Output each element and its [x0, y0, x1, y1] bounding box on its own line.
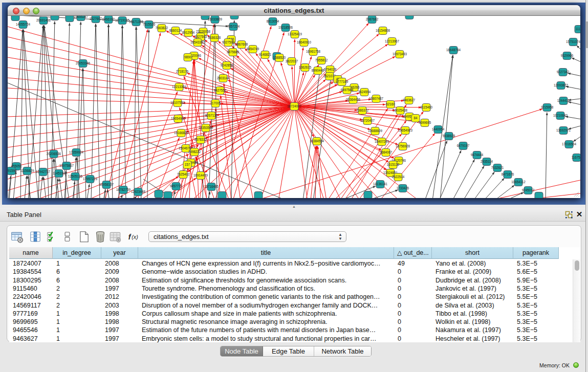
- graph-node[interactable]: 7955812: [315, 57, 328, 64]
- graph-node[interactable]: 1527602: [90, 16, 102, 23]
- graph-node[interactable]: 10655287: [74, 16, 89, 21]
- black-edge[interactable]: [546, 113, 547, 199]
- graph-node[interactable]: 2935114: [481, 158, 493, 166]
- network-canvas[interactable]: 1405572420691406106552871527602646616010…: [8, 16, 580, 198]
- red-edge[interactable]: [228, 80, 294, 107]
- graph-node[interactable]: 10107552: [170, 99, 185, 107]
- black-edge[interactable]: [119, 26, 122, 199]
- column-header-name[interactable]: name: [9, 247, 53, 259]
- red-edge[interactable]: [118, 106, 294, 198]
- red-edge[interactable]: [8, 68, 294, 106]
- red-edge[interactable]: [8, 27, 294, 106]
- graph-node[interactable]: 157: [183, 161, 191, 169]
- graph-node[interactable]: 19654985: [171, 115, 186, 123]
- graph-node[interactable]: 19218506: [278, 24, 293, 32]
- black-edge[interactable]: [134, 27, 136, 199]
- red-edge[interactable]: [8, 106, 294, 117]
- graph-node[interactable]: 17016504: [562, 141, 577, 148]
- graph-node[interactable]: 12923448: [131, 188, 146, 196]
- table-row[interactable]: 969969511998Structural magnetic resonanc…: [9, 318, 580, 326]
- graph-node[interactable]: 13325419: [288, 31, 302, 38]
- black-edge[interactable]: [28, 176, 31, 198]
- tab-edge-table[interactable]: Edge Table: [263, 346, 314, 356]
- graph-node[interactable]: 13692971: [556, 127, 571, 135]
- black-edge[interactable]: [473, 172, 494, 198]
- red-edge[interactable]: [261, 106, 294, 198]
- graph-node[interactable]: 7857224: [227, 23, 240, 31]
- red-edge[interactable]: [294, 39, 295, 107]
- graph-node[interactable]: 8454749: [247, 46, 259, 53]
- graph-node[interactable]: 9463627: [403, 97, 416, 104]
- table-row[interactable]: 1456911722003Disruption of a novel membe…: [9, 301, 580, 310]
- graph-node[interactable]: 17359924: [69, 149, 84, 157]
- table-row[interactable]: 1830029562008Estimation of significance …: [9, 276, 580, 285]
- black-edge[interactable]: [8, 83, 287, 198]
- table-source-select[interactable]: citations_edges.txt ▲▼: [148, 231, 346, 242]
- table-row[interactable]: 977716911998Corpus callosum shape and si…: [9, 310, 580, 318]
- graph-node[interactable]: 20053346: [76, 60, 91, 68]
- graph-node[interactable]: 7386372: [356, 107, 369, 115]
- graph-node[interactable]: 18640910: [297, 39, 312, 47]
- graph-node[interactable]: [66, 16, 74, 22]
- graph-node[interactable]: 12093872: [554, 82, 569, 90]
- graph-node[interactable]: 8912954: [182, 29, 195, 37]
- graph-node[interactable]: 9474444: [471, 151, 484, 159]
- graph-node[interactable]: 12505135: [68, 173, 83, 181]
- graph-node[interactable]: 10688609: [368, 127, 383, 135]
- graph-node[interactable]: 10756928: [396, 143, 410, 150]
- trash-icon[interactable]: [94, 230, 107, 243]
- graph-node[interactable]: 1733426: [397, 185, 409, 192]
- rows-icon[interactable]: [61, 230, 74, 243]
- graph-node[interactable]: 10958107: [99, 181, 114, 189]
- table-gear-icon[interactable]: [10, 230, 24, 243]
- graph-node[interactable]: [218, 192, 226, 199]
- graph-node[interactable]: 5938928: [443, 133, 455, 140]
- graph-node[interactable]: 9227342: [557, 69, 570, 76]
- table-row[interactable]: 946554611997Estimation of the future num…: [9, 326, 580, 335]
- graph-node[interactable]: 2718176: [176, 68, 189, 76]
- red-edge[interactable]: [8, 106, 294, 190]
- app-scrollbar-thumb[interactable]: [586, 21, 588, 48]
- graph-node[interactable]: [11, 16, 19, 21]
- black-edge[interactable]: [59, 178, 62, 198]
- graph-node[interactable]: 7632621: [491, 164, 504, 172]
- graph-node[interactable]: [535, 192, 543, 199]
- table-columns-icon[interactable]: [29, 230, 42, 243]
- graph-node[interactable]: [364, 191, 372, 199]
- tab-network-table[interactable]: Network Table: [314, 346, 371, 356]
- graph-node[interactable]: 10210643: [553, 112, 568, 120]
- graph-node[interactable]: 9115460: [420, 104, 433, 112]
- table-row[interactable]: 911546021997Tourette syndrome. Phenomeno…: [9, 285, 580, 293]
- black-edge[interactable]: [43, 177, 46, 198]
- black-edge[interactable]: [463, 166, 484, 198]
- column-header-title[interactable]: title: [138, 247, 394, 259]
- table-vertical-scrollbar[interactable]: [573, 259, 580, 342]
- black-edge[interactable]: [494, 185, 515, 198]
- graph-node[interactable]: 3822037: [286, 58, 298, 65]
- graph-node[interactable]: [405, 16, 413, 19]
- graph-node[interactable]: [51, 16, 59, 20]
- float-panel-icon[interactable]: [564, 210, 574, 220]
- graph-node[interactable]: 6479197: [457, 142, 470, 150]
- graph-node[interactable]: [254, 192, 263, 199]
- graph-node[interactable]: 8813054: [267, 18, 279, 26]
- graph-node[interactable]: 8186328: [208, 34, 221, 42]
- column-header-pagerank[interactable]: pagerank: [513, 247, 559, 259]
- graph-node[interactable]: 20364436: [346, 96, 361, 104]
- black-edge[interactable]: [96, 24, 100, 199]
- table-row[interactable]: 2242004622012Investigating the contribut…: [9, 293, 580, 301]
- function-icon[interactable]: f (x): [127, 230, 140, 243]
- red-edge[interactable]: [231, 68, 294, 106]
- graph-node[interactable]: 16961758: [306, 48, 321, 56]
- graph-node[interactable]: 3684067: [380, 149, 393, 157]
- red-edge[interactable]: [279, 106, 294, 198]
- graph-node[interactable]: 1145194: [53, 170, 66, 178]
- graph-node[interactable]: 10654112: [511, 179, 526, 186]
- red-edge[interactable]: [8, 106, 294, 168]
- table-disabled-icon[interactable]: [108, 230, 122, 243]
- graph-node[interactable]: 16671355: [129, 18, 144, 26]
- graph-node[interactable]: 391594: [8, 167, 17, 175]
- close-panel-icon[interactable]: ✕: [575, 210, 583, 218]
- graph-node[interactable]: 10025438: [393, 107, 408, 115]
- graph-node[interactable]: 62160: [386, 101, 395, 108]
